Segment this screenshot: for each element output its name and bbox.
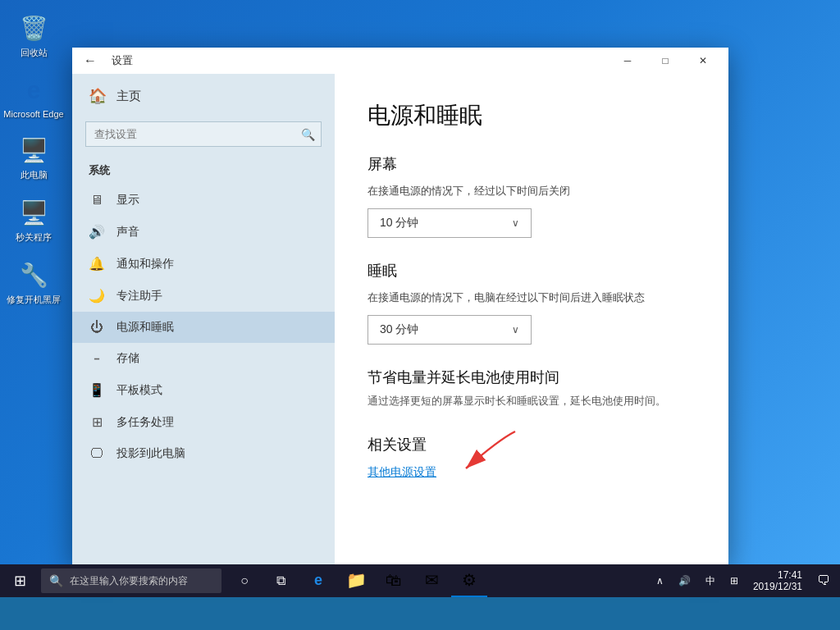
taskbar-edge-app[interactable]: e [300,564,336,597]
tray-volume[interactable]: 🔊 [672,564,697,597]
start-button[interactable]: ⊞ [0,564,39,597]
search-icon: 🔍 [301,128,315,141]
taskbar: ⊞ 🔍 在这里输入你要搜索的内容 ○ ⧉ e 📁 🛍 [0,564,840,597]
desktop-icon-appprograms[interactable]: 🖥️ 秒关程序 [4,193,63,247]
home-icon: 🏠 [89,87,107,105]
sound-icon: 🔊 [89,224,105,240]
taskbar-settings-icon: ⚙ [462,570,477,590]
taskbar-clock[interactable]: 17:41 2019/12/31 [746,564,809,597]
display-icon: 🖥 [89,193,105,208]
desktop: 🗑️ 回收站 e Microsoft Edge 🖥️ 此电脑 🖥️ 秒关程序 🔧… [0,0,840,597]
sidebar-home[interactable]: 🏠 主页 [72,74,335,118]
sidebar-item-notifications[interactable]: 🔔 通知和操作 [72,248,335,280]
desktop-icons: 🗑️ 回收站 e Microsoft Edge 🖥️ 此电脑 🖥️ 秒关程序 🔧… [0,0,67,317]
other-power-settings-link[interactable]: 其他电源设置 [368,465,436,480]
cortana-button[interactable]: ○ [228,564,261,597]
screen-dropdown-arrow: ∨ [512,217,519,229]
window-body: 🏠 主页 🔍 系统 🖥 显示 🔊 声音 🔔 通 [72,74,728,564]
sleep-dropdown-arrow: ∨ [512,324,519,336]
thispc-icon: 🖥️ [17,134,50,167]
taskbar-settings-app[interactable]: ⚙ [451,564,487,597]
battery-desc: 通过选择更短的屏幕显示时长和睡眠设置，延长电池使用时间。 [368,394,696,409]
taskbar-mail-icon: ✉ [425,570,439,590]
focus-label: 专注助手 [116,289,162,304]
battery-section: 节省电量并延长电池使用时间 通过选择更短的屏幕显示时长和睡眠设置，延长电池使用时… [368,368,696,409]
sleep-dropdown-value: 30 分钟 [380,322,418,337]
sidebar-item-display[interactable]: 🖥 显示 [72,185,335,216]
taskbar-mail-app[interactable]: ✉ [413,564,450,597]
tray-lang[interactable]: 中 [699,564,722,597]
taskbar-search[interactable]: 🔍 在这里输入你要搜索的内容 [41,568,221,593]
desktop-icon-thispc[interactable]: 🖥️ 此电脑 [4,130,63,185]
notifications-label: 通知和操作 [116,257,174,272]
sidebar-search[interactable]: 🔍 [85,121,322,147]
sound-label: 声音 [116,225,139,240]
display-label: 显示 [116,193,139,208]
lang-label: 中 [705,574,715,588]
taskbar-apps: e 📁 🛍 ✉ ⚙ [300,564,487,597]
sidebar-item-multitask[interactable]: ⊞ 多任务处理 [72,406,335,438]
appprograms-label: 秒关程序 [16,231,52,244]
sidebar-item-sound[interactable]: 🔊 声音 [72,216,335,248]
sleep-section-title: 睡眠 [368,261,696,281]
sleep-dropdown[interactable]: 30 分钟 ∨ [368,315,532,345]
storage-icon: ━ [89,354,105,363]
tray-chevron[interactable]: ∧ [650,564,670,597]
multitask-icon: ⊞ [89,414,105,430]
taskbar-middle: ○ ⧉ [228,564,297,597]
search-input[interactable] [85,121,322,147]
notify-button[interactable]: 🗨 [810,564,837,597]
recycle-bin-label: 回收站 [21,47,48,59]
storage-label: 存储 [116,351,139,366]
home-label: 主页 [116,89,141,104]
chevron-up-icon: ∧ [656,575,664,587]
multitask-label: 多任务处理 [116,415,174,430]
sleep-section-desc: 在接通电源的情况下，电脑在经过以下时间后进入睡眠状态 [368,290,696,305]
taskbar-store-icon: 🛍 [386,571,402,590]
sidebar-item-power[interactable]: ⏻ 电源和睡眠 [72,312,335,343]
back-button[interactable]: ← [79,50,102,71]
fixblack-label: 修复开机黑屏 [7,294,61,306]
minimize-button[interactable]: ─ [609,48,646,74]
title-bar-left: ← 设置 [79,50,133,71]
sidebar-item-storage[interactable]: ━ 存储 [72,343,335,374]
sidebar-section-title: 系统 [72,157,335,185]
taskbar-explorer-icon: 📁 [346,570,367,590]
tablet-icon: 📱 [89,382,105,398]
sidebar-item-project[interactable]: 🖵 投影到此电脑 [72,438,335,469]
appprograms-icon: 🖥️ [17,196,50,229]
window-title: 设置 [112,53,133,68]
desktop-icon-fixblack[interactable]: 🔧 修复开机黑屏 [4,255,63,309]
taskbar-right: ∧ 🔊 中 ⊞ 17:41 2019/12/31 🗨 [650,564,840,597]
project-label: 投影到此电脑 [116,446,185,461]
screen-dropdown[interactable]: 10 分钟 ∨ [368,208,532,238]
maximize-button[interactable]: □ [646,48,684,74]
taskbar-edge-icon: e [314,572,322,589]
tray-grid[interactable]: ⊞ [724,564,745,597]
taskbar-store-app[interactable]: 🛍 [376,564,412,597]
grid-icon: ⊞ [730,575,738,587]
taskview-icon: ⧉ [276,573,285,588]
taskview-button[interactable]: ⧉ [264,564,297,597]
settings-window: ← 设置 ─ □ ✕ 🏠 主页 🔍 系统 [72,48,728,564]
desktop-icon-recycle[interactable]: 🗑️ 回收站 [4,8,63,62]
power-icon: ⏻ [89,320,105,335]
volume-icon: 🔊 [678,575,691,587]
clock-date: 2019/12/31 [753,581,802,592]
start-icon: ⊞ [14,572,26,590]
edge-icon: e [17,74,50,107]
notifications-icon: 🔔 [89,256,105,272]
battery-title: 节省电量并延长电池使用时间 [368,368,696,387]
close-button[interactable]: ✕ [684,48,722,74]
related-section: 相关设置 其他电源设置 [368,435,696,480]
taskbar-explorer-app[interactable]: 📁 [338,564,374,597]
screen-section-desc: 在接通电源的情况下，经过以下时间后关闭 [368,184,696,199]
sidebar-item-focus[interactable]: 🌙 专注助手 [72,280,335,312]
sidebar: 🏠 主页 🔍 系统 🖥 显示 🔊 声音 🔔 通 [72,74,335,564]
project-icon: 🖵 [89,446,105,461]
taskbar-search-text: 在这里输入你要搜索的内容 [70,574,188,588]
recycle-bin-icon: 🗑️ [17,11,50,44]
screen-section-title: 屏幕 [368,154,696,174]
desktop-icon-edge[interactable]: e Microsoft Edge [4,71,63,122]
sidebar-item-tablet[interactable]: 📱 平板模式 [72,374,335,406]
